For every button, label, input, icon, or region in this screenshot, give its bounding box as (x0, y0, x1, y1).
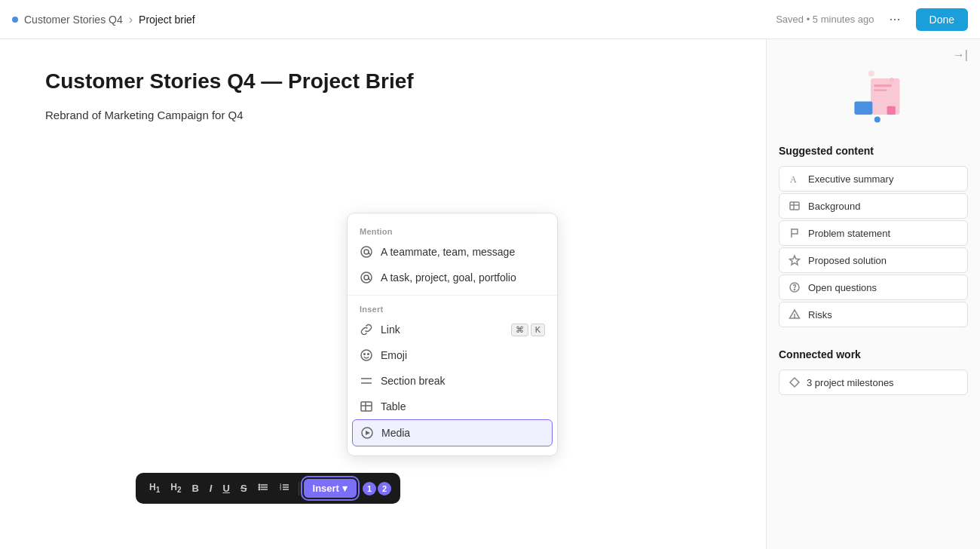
table-label: Table (381, 400, 406, 413)
h1-button[interactable]: H1 (145, 479, 164, 497)
svg-rect-9 (361, 402, 372, 411)
svg-text:A: A (790, 174, 797, 185)
media-icon (360, 426, 374, 440)
suggested-item-risks[interactable]: Risks (779, 302, 968, 327)
svg-marker-39 (790, 256, 800, 265)
svg-text:3: 3 (280, 487, 282, 491)
connected-item-milestones[interactable]: 3 project milestones (779, 370, 968, 395)
text-icon: A (789, 173, 801, 185)
underline-button[interactable]: U (218, 480, 234, 497)
format-toolbar: H1 H2 B I U S (136, 473, 400, 504)
bold-button[interactable]: B (187, 480, 203, 497)
problem-statement-label: Problem statement (808, 228, 890, 239)
media-item[interactable]: Media (352, 419, 553, 446)
breadcrumb-dot (12, 17, 18, 23)
cmd-key: ⌘ (511, 324, 528, 336)
suggested-item-executive-summary[interactable]: A Executive summary (779, 166, 968, 192)
suggested-item-background[interactable]: Background (779, 193, 968, 219)
section-break-icon (360, 374, 373, 388)
table-icon (360, 400, 373, 413)
sidebar-illustration (779, 66, 968, 127)
svg-point-6 (368, 354, 369, 355)
h2-button[interactable]: H2 (166, 479, 185, 497)
svg-point-0 (361, 247, 372, 257)
suggested-content-title: Suggested content (779, 145, 968, 157)
link-label: Link (381, 324, 400, 336)
section-break-label: Section break (381, 375, 446, 387)
breadcrumb-separator: › (129, 13, 133, 26)
media-label: Media (381, 427, 410, 439)
svg-point-17 (259, 484, 259, 485)
table-item[interactable]: Table (348, 394, 557, 419)
svg-point-33 (874, 116, 880, 122)
open-questions-label: Open questions (808, 282, 877, 293)
insert-button[interactable]: Insert ▾ (304, 479, 357, 498)
risks-icon (789, 308, 801, 321)
mention-section-label: Mention (348, 222, 557, 239)
link-item[interactable]: Link ⌘ K (348, 317, 557, 342)
background-label: Background (808, 201, 860, 212)
suggested-item-open-questions[interactable]: Open questions (779, 274, 968, 300)
sidebar: →| Suggested content (766, 39, 980, 549)
strikethrough-button[interactable]: S (236, 480, 252, 497)
background-icon (789, 200, 801, 212)
saved-status: Saved • 5 minutes ago (776, 14, 874, 25)
main-layout: Customer Stories Q4 — Project Brief Rebr… (0, 39, 980, 549)
emoji-label: Emoji (381, 349, 407, 361)
k-key: K (531, 324, 545, 336)
insert-label: Insert (313, 483, 339, 494)
flag-icon (789, 227, 801, 239)
svg-point-19 (259, 489, 259, 489)
svg-rect-27 (874, 84, 892, 87)
breadcrumb-parent[interactable]: Customer Stories Q4 (24, 14, 123, 26)
suggested-list: A Executive summary Background (779, 166, 968, 327)
emoji-icon (360, 348, 373, 362)
topbar: Customer Stories Q4 › Project brief Save… (0, 0, 980, 39)
more-button[interactable]: ··· (884, 8, 907, 30)
proposed-solution-label: Proposed solution (808, 255, 887, 266)
sidebar-collapse-button[interactable]: →| (953, 48, 968, 62)
suggested-item-problem-statement[interactable]: Problem statement (779, 220, 968, 246)
mention-task-icon (360, 271, 373, 284)
mention-teammate-item[interactable]: A teammate, team, message (348, 239, 557, 265)
svg-point-41 (794, 289, 795, 290)
star-icon (789, 254, 801, 266)
svg-point-5 (364, 354, 366, 355)
svg-rect-28 (874, 89, 887, 90)
number-list-button[interactable]: 1 2 3 (274, 479, 294, 498)
svg-point-1 (364, 250, 369, 254)
connected-work-title: Connected work (779, 348, 968, 360)
insert-section-label: Insert (348, 300, 557, 317)
risks-label: Risks (808, 309, 832, 321)
svg-point-3 (364, 275, 369, 280)
italic-button[interactable]: I (205, 480, 217, 497)
editor-area[interactable]: Customer Stories Q4 — Project Brief Rebr… (0, 39, 766, 549)
svg-point-4 (361, 350, 372, 360)
mention-teammate-label: A teammate, team, message (381, 246, 515, 258)
chevron-down-icon: ▾ (342, 483, 348, 494)
svg-marker-13 (366, 431, 370, 435)
insert-dropdown-menu: Mention A teammate, team, message (347, 213, 558, 456)
svg-rect-32 (887, 106, 895, 115)
emoji-item[interactable]: Emoji (348, 342, 557, 368)
svg-rect-35 (790, 202, 799, 210)
link-shortcut: ⌘ K (511, 324, 545, 336)
mention-task-label: A task, project, goal, portfolio (381, 271, 516, 284)
menu-divider-1 (348, 295, 557, 296)
bullet-list-button[interactable] (253, 479, 273, 498)
mention-task-item[interactable]: A task, project, goal, portfolio (348, 265, 557, 290)
diamond-icon (789, 376, 801, 388)
breadcrumb: Customer Stories Q4 › Project brief (12, 13, 195, 26)
at-icon (360, 245, 373, 259)
breadcrumb-current: Project brief (139, 14, 195, 26)
badge-1: 2 (378, 482, 391, 495)
topbar-right: Saved • 5 minutes ago ··· Done (776, 8, 968, 31)
suggested-item-proposed-solution[interactable]: Proposed solution (779, 247, 968, 273)
svg-point-43 (795, 317, 795, 317)
section-break-item[interactable]: Section break (348, 368, 557, 394)
badge-2: 1 (363, 482, 376, 495)
done-button[interactable]: Done (916, 8, 968, 31)
toolbar-separator (299, 482, 299, 495)
doc-subtitle: Rebrand of Marketing Campaign for Q4 (45, 109, 721, 121)
svg-rect-31 (854, 101, 872, 115)
